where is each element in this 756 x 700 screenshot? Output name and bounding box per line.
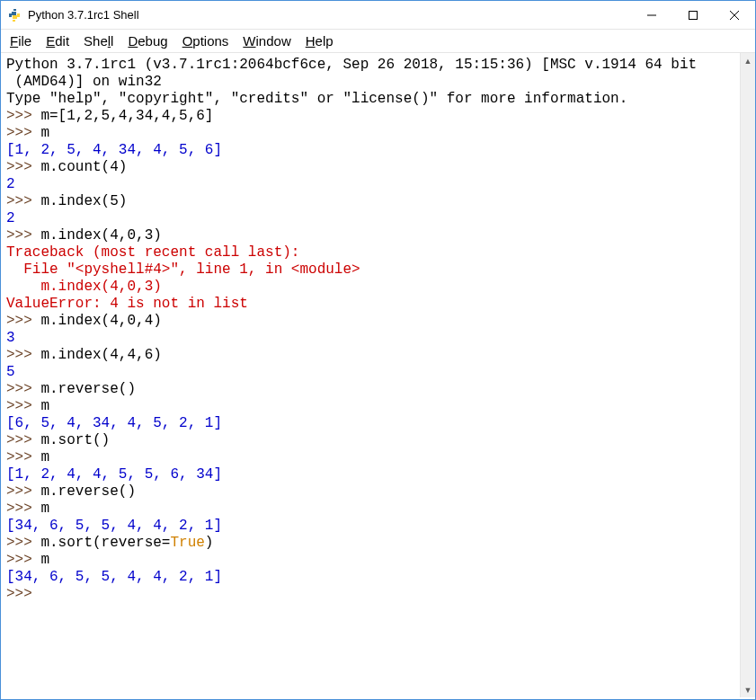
input-line: m.index(4,0,4) [40, 313, 161, 329]
python-icon [6, 7, 22, 23]
output-line: 2 [6, 210, 15, 226]
vertical-scrollbar[interactable]: ▲ ▼ [740, 53, 755, 697]
prompt: >>> [6, 313, 40, 329]
shell-content[interactable]: Python 3.7.1rc1 (v3.7.1rc1:2064bcf6ce, S… [1, 53, 740, 697]
menu-debug[interactable]: Debug [122, 31, 173, 50]
prompt: >>> [6, 552, 40, 568]
error-line: Traceback (most recent call last): [6, 244, 299, 261]
input-line: m.reverse() [40, 381, 136, 397]
input-line: ) [205, 535, 214, 551]
prompt: >>> [6, 227, 40, 244]
output-line: [1, 2, 5, 4, 34, 4, 5, 6] [6, 142, 222, 158]
prompt: >>> [6, 586, 40, 602]
keyword-true: True [170, 535, 204, 551]
minimize-button[interactable] [631, 1, 672, 30]
menu-edit[interactable]: Edit [40, 31, 75, 50]
menu-shell[interactable]: Shell [78, 31, 119, 50]
window-controls [631, 1, 755, 30]
output-line: [1, 2, 4, 4, 5, 5, 6, 34] [6, 466, 222, 483]
output-line: 5 [6, 364, 15, 380]
scroll-up-icon[interactable]: ▲ [741, 53, 755, 68]
banner-line: Type "help", "copyright", "credits" or "… [6, 91, 627, 107]
banner-line: Python 3.7.1rc1 (v3.7.1rc1:2064bcf6ce, S… [6, 57, 697, 73]
input-line: m=[1,2,5,4,34,4,5,6] [40, 108, 213, 124]
error-line: ValueError: 4 is not in list [6, 296, 248, 312]
input-line: m.index(5) [40, 193, 127, 209]
output-line: 2 [6, 176, 15, 192]
prompt: >>> [6, 159, 40, 175]
prompt: >>> [6, 535, 40, 551]
input-line: m [40, 501, 49, 517]
input-line: m [40, 449, 49, 465]
input-line: m.count(4) [40, 159, 127, 175]
prompt: >>> [6, 432, 40, 448]
prompt: >>> [6, 125, 40, 141]
prompt: >>> [6, 108, 40, 124]
output-line: [34, 6, 5, 5, 4, 4, 2, 1] [6, 569, 222, 585]
banner-line: (AMD64)] on win32 [6, 74, 162, 90]
input-line: m.index(4,4,6) [40, 347, 161, 363]
input-line: m [40, 552, 49, 568]
titlebar: Python 3.7.1rc1 Shell [1, 1, 755, 30]
input-line: m.index(4,0,3) [40, 227, 161, 244]
svg-rect-1 [689, 11, 698, 19]
menu-file[interactable]: File [4, 31, 37, 50]
input-line: m [40, 398, 49, 414]
menu-help[interactable]: Help [300, 31, 339, 50]
scroll-down-icon[interactable]: ▼ [741, 682, 755, 697]
menu-window[interactable]: Window [237, 31, 296, 50]
prompt: >>> [6, 501, 40, 517]
menu-options[interactable]: Options [177, 31, 235, 50]
error-line: m.index(4,0,3) [6, 279, 162, 295]
shell-area: Python 3.7.1rc1 (v3.7.1rc1:2064bcf6ce, S… [1, 53, 755, 697]
maximize-button[interactable] [672, 1, 714, 30]
window-title: Python 3.7.1rc1 Shell [28, 8, 631, 22]
input-line: m [40, 125, 49, 141]
menubar: File Edit Shell Debug Options Window Hel… [1, 30, 755, 53]
prompt: >>> [6, 193, 40, 209]
input-line: m.reverse() [40, 483, 136, 500]
close-button[interactable] [714, 1, 755, 30]
prompt: >>> [6, 347, 40, 363]
prompt: >>> [6, 449, 40, 465]
error-line: File "<pyshell#4>", line 1, in <module> [6, 261, 360, 278]
scroll-track[interactable] [741, 68, 755, 682]
output-line: 3 [6, 330, 15, 346]
prompt: >>> [6, 483, 40, 500]
output-line: [6, 5, 4, 34, 4, 5, 2, 1] [6, 415, 222, 431]
prompt: >>> [6, 381, 40, 397]
prompt: >>> [6, 398, 40, 414]
output-line: [34, 6, 5, 5, 4, 4, 2, 1] [6, 518, 222, 534]
input-line: m.sort(reverse= [40, 535, 170, 551]
input-line: m.sort() [40, 432, 110, 448]
